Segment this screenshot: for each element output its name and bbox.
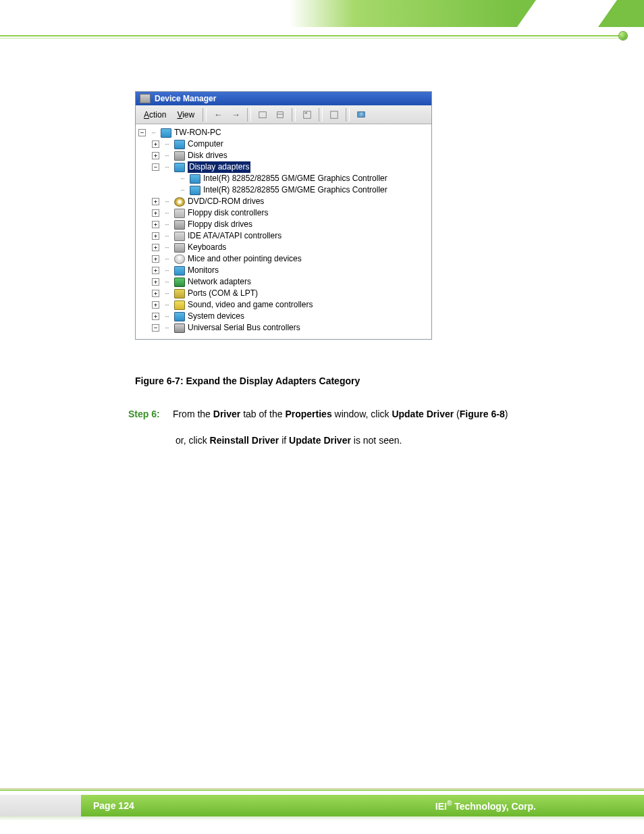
tree-node[interactable]: +···Ports (COM & LPT): [138, 288, 429, 299]
device-category-icon: [174, 232, 185, 241]
device-manager-window: Device Manager Action View ← → ? − ··· T…: [135, 91, 432, 340]
tree-node-label: Keyboards: [188, 242, 226, 253]
expand-icon[interactable]: +: [152, 301, 159, 309]
refresh-icon[interactable]: [327, 108, 342, 122]
figure-caption: Figure 6-7: Expand the Display Adapters …: [135, 375, 360, 386]
tree-node-label: System devices: [188, 311, 244, 322]
tree-node-label: Display adapters: [188, 161, 250, 173]
device-tree: − ··· TW-RON-PC +···Computer+···Disk dri…: [136, 124, 431, 339]
expand-icon[interactable]: +: [152, 198, 159, 205]
tree-node-label: Mice and other pointing devices: [188, 253, 302, 265]
tree-node[interactable]: +···Computer: [138, 138, 429, 150]
computer-root-icon: [161, 128, 171, 138]
tree-node-label: Floppy disk drives: [188, 219, 252, 230]
company-name: IEI® Technology, Corp.: [435, 800, 536, 812]
page-header-decoration: [0, 0, 644, 47]
device-category-icon: [174, 151, 185, 161]
device-category-icon: [174, 323, 185, 333]
instruction-text: Step 6: From the Driver tab of the Prope…: [128, 405, 570, 449]
expand-icon[interactable]: +: [152, 221, 159, 228]
expand-icon[interactable]: +: [152, 140, 159, 148]
toolbar-icon-2[interactable]: [273, 108, 288, 122]
device-category-icon: [174, 312, 185, 321]
tree-node[interactable]: +···DVD/CD-ROM drives: [138, 196, 429, 207]
tree-node[interactable]: +···Sound, video and game controllers: [138, 299, 429, 311]
page-footer: Page 124 IEI® Technology, Corp.: [0, 788, 644, 820]
expand-icon[interactable]: +: [152, 278, 159, 286]
tree-node[interactable]: +···Mice and other pointing devices: [138, 253, 429, 265]
tree-node[interactable]: −···Display adapters: [138, 161, 429, 173]
forward-icon[interactable]: →: [228, 108, 243, 122]
tree-node-label: Universal Serial Bus controllers: [188, 322, 300, 334]
collapse-icon[interactable]: −: [152, 324, 159, 332]
tree-node-label: IDE ATA/ATAPI controllers: [188, 230, 281, 242]
tree-child-label: Intel(R) 82852/82855 GM/GME Graphics Con…: [203, 184, 387, 196]
device-category-icon: [174, 140, 185, 149]
expand-icon[interactable]: +: [152, 152, 159, 159]
device-category-icon: [174, 289, 185, 298]
menu-action[interactable]: Action: [140, 109, 170, 121]
tree-node-label: DVD/CD-ROM drives: [188, 196, 264, 207]
menu-view[interactable]: View: [173, 109, 198, 121]
toolbar: Action View ← → ?: [136, 105, 431, 124]
tree-node-label: Computer: [188, 138, 223, 150]
tree-node-label: Floppy disk controllers: [188, 207, 268, 219]
svg-rect-1: [277, 111, 284, 118]
device-category-icon: [174, 163, 185, 172]
back-icon[interactable]: ←: [211, 108, 225, 122]
device-category-icon: [174, 278, 185, 287]
expand-icon[interactable]: +: [152, 255, 159, 263]
tree-node[interactable]: +···Floppy disk drives: [138, 219, 429, 230]
tree-node[interactable]: +···Floppy disk controllers: [138, 207, 429, 219]
tree-child-label: Intel(R) 82852/82855 GM/GME Graphics Con…: [203, 173, 387, 184]
toolbar-icon-1[interactable]: [255, 108, 270, 122]
tree-node-label: Monitors: [188, 265, 219, 276]
collapse-icon[interactable]: −: [152, 163, 159, 171]
device-category-icon: [174, 243, 185, 253]
device-category-icon: [174, 266, 185, 276]
properties-icon[interactable]: [300, 108, 315, 122]
expand-icon[interactable]: +: [152, 267, 159, 274]
tree-node[interactable]: −···Universal Serial Bus controllers: [138, 322, 429, 334]
app-icon: [140, 94, 151, 103]
display-device-icon: [190, 174, 200, 184]
tree-node-label: Sound, video and game controllers: [188, 299, 313, 311]
device-category-icon: [174, 301, 185, 310]
svg-rect-3: [304, 111, 311, 118]
help-icon[interactable]: ?: [354, 108, 369, 122]
expand-icon[interactable]: +: [152, 290, 159, 297]
collapse-icon[interactable]: −: [138, 129, 146, 136]
step-label: Step 6:: [128, 405, 170, 423]
tree-root[interactable]: − ··· TW-RON-PC: [138, 127, 429, 138]
tree-child-node[interactable]: ···Intel(R) 82852/82855 GM/GME Graphics …: [138, 173, 429, 184]
tree-node[interactable]: +···Disk drives: [138, 150, 429, 161]
device-category-icon: [174, 255, 185, 264]
tree-node[interactable]: +···Monitors: [138, 265, 429, 276]
window-title: Device Manager: [155, 94, 216, 103]
svg-text:?: ?: [360, 111, 363, 116]
window-title-bar[interactable]: Device Manager: [136, 92, 431, 105]
tree-node[interactable]: +···System devices: [138, 311, 429, 322]
expand-icon[interactable]: +: [152, 313, 159, 320]
tree-child-node[interactable]: ···Intel(R) 82852/82855 GM/GME Graphics …: [138, 184, 429, 196]
tree-node[interactable]: +···IDE ATA/ATAPI controllers: [138, 230, 429, 242]
expand-icon[interactable]: +: [152, 244, 159, 251]
tree-root-label: TW-RON-PC: [174, 127, 221, 138]
device-category-icon: [174, 197, 185, 207]
tree-node-label: Network adapters: [188, 276, 251, 288]
expand-icon[interactable]: +: [152, 209, 159, 217]
device-category-icon: [174, 220, 185, 230]
device-category-icon: [174, 209, 185, 218]
page-number: Page 124: [93, 800, 134, 811]
display-device-icon: [190, 186, 200, 195]
svg-rect-5: [331, 111, 338, 118]
svg-rect-4: [305, 112, 308, 113]
svg-rect-0: [259, 111, 267, 118]
header-knob-icon: [619, 32, 627, 40]
tree-node-label: Ports (COM & LPT): [188, 288, 258, 299]
tree-node[interactable]: +···Keyboards: [138, 242, 429, 253]
tree-node[interactable]: +···Network adapters: [138, 276, 429, 288]
expand-icon[interactable]: +: [152, 232, 159, 240]
tree-node-label: Disk drives: [188, 150, 227, 161]
